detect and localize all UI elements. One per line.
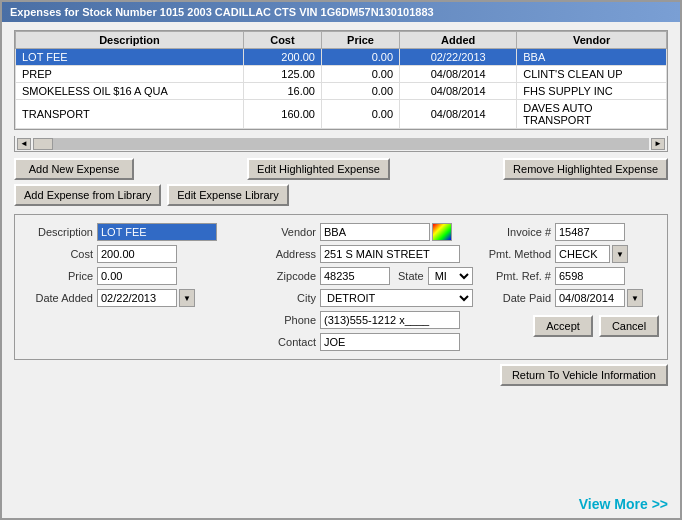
expenses-table-container: Description Cost Price Added Vendor LOT …	[14, 30, 668, 130]
invoice-input[interactable]	[555, 223, 625, 241]
state-label: State	[398, 270, 424, 282]
view-more-label[interactable]: View More >>	[579, 496, 668, 512]
edit-library-button[interactable]: Edit Expense Library	[167, 184, 289, 206]
cell-vendor: DAVES AUTO TRANSPORT	[517, 100, 667, 129]
form-middle-col: Vendor Address Zipcode State MI	[253, 223, 473, 351]
cell-description: LOT FEE	[16, 49, 244, 66]
cost-row: Cost	[23, 245, 253, 263]
contact-input[interactable]	[320, 333, 460, 351]
header-description: Description	[16, 32, 244, 49]
cost-input[interactable]	[97, 245, 177, 263]
cell-description: SMOKELESS OIL $16 A QUA	[16, 83, 244, 100]
accept-cancel-row: Accept Cancel	[481, 315, 659, 337]
header-price: Price	[321, 32, 399, 49]
accept-button[interactable]: Accept	[533, 315, 593, 337]
header-cost: Cost	[243, 32, 321, 49]
cell-added: 04/08/2014	[400, 66, 517, 83]
city-dropdown[interactable]: DETROIT	[320, 289, 473, 307]
pmt-method-row: Pmt. Method ▼	[481, 245, 659, 263]
pmt-method-input[interactable]	[555, 245, 610, 263]
cancel-button[interactable]: Cancel	[599, 315, 659, 337]
scroll-thumb[interactable]	[33, 138, 53, 150]
cost-label: Cost	[23, 248, 93, 260]
address-row: Address	[261, 245, 473, 263]
state-dropdown[interactable]: MI	[428, 267, 473, 285]
cell-added: 04/08/2014	[400, 83, 517, 100]
cell-cost: 16.00	[243, 83, 321, 100]
vendor-input-group	[320, 223, 452, 241]
date-added-input[interactable]	[97, 289, 177, 307]
date-added-label: Date Added	[23, 292, 93, 304]
header-vendor: Vendor	[517, 32, 667, 49]
title-bar: Expenses for Stock Number 1015 2003 CADI…	[2, 2, 680, 22]
date-added-row: Date Added ▼	[23, 289, 253, 307]
price-row: Price	[23, 267, 253, 285]
pmt-method-label: Pmt. Method	[481, 248, 551, 260]
description-label: Description	[23, 226, 93, 238]
address-input[interactable]	[320, 245, 460, 263]
cell-cost: 160.00	[243, 100, 321, 129]
header-added: Added	[400, 32, 517, 49]
date-paid-dropdown-btn[interactable]: ▼	[627, 289, 643, 307]
remove-highlighted-button[interactable]: Remove Highlighted Expense	[503, 158, 668, 180]
cell-vendor: FHS SUPPLY INC	[517, 83, 667, 100]
cell-added: 02/22/2013	[400, 49, 517, 66]
edit-highlighted-button[interactable]: Edit Highlighted Expense	[247, 158, 390, 180]
cell-description: PREP	[16, 66, 244, 83]
form-left-col: Description Cost Price Date Added ▼	[23, 223, 253, 351]
return-btn-row: Return To Vehicle Information	[14, 364, 668, 386]
cell-price: 0.00	[321, 100, 399, 129]
buttons-row-1: Add New Expense Edit Highlighted Expense…	[14, 158, 668, 180]
table-row[interactable]: LOT FEE 200.00 0.00 02/22/2013 BBA	[16, 49, 667, 66]
table-row[interactable]: TRANSPORT 160.00 0.00 04/08/2014 DAVES A…	[16, 100, 667, 129]
scroll-right-btn[interactable]: ►	[651, 138, 665, 150]
main-window: Expenses for Stock Number 1015 2003 CADI…	[0, 0, 682, 520]
description-row: Description	[23, 223, 253, 241]
invoice-label: Invoice #	[481, 226, 551, 238]
table-row[interactable]: SMOKELESS OIL $16 A QUA 16.00 0.00 04/08…	[16, 83, 667, 100]
vendor-color-picker-btn[interactable]	[432, 223, 452, 241]
scroll-left-btn[interactable]: ◄	[17, 138, 31, 150]
vendor-input[interactable]	[320, 223, 430, 241]
contact-label: Contact	[261, 336, 316, 348]
zipcode-label: Zipcode	[261, 270, 316, 282]
horizontal-scrollbar[interactable]: ◄ ►	[14, 136, 668, 152]
cell-vendor: BBA	[517, 49, 667, 66]
return-to-vehicle-button[interactable]: Return To Vehicle Information	[500, 364, 668, 386]
pmt-ref-input[interactable]	[555, 267, 625, 285]
date-added-dropdown-btn[interactable]: ▼	[179, 289, 195, 307]
date-paid-input[interactable]	[555, 289, 625, 307]
phone-label: Phone	[261, 314, 316, 326]
price-input[interactable]	[97, 267, 177, 285]
contact-row: Contact	[261, 333, 473, 351]
description-input[interactable]	[97, 223, 217, 241]
pmt-method-dropdown-btn[interactable]: ▼	[612, 245, 628, 263]
zipcode-input[interactable]	[320, 267, 390, 285]
date-added-input-group: ▼	[97, 289, 195, 307]
date-paid-input-group: ▼	[555, 289, 643, 307]
invoice-row: Invoice #	[481, 223, 659, 241]
scroll-track[interactable]	[33, 138, 649, 150]
main-content: Description Cost Price Added Vendor LOT …	[2, 22, 680, 394]
cell-price: 0.00	[321, 49, 399, 66]
add-from-library-button[interactable]: Add Expense from Library	[14, 184, 161, 206]
pmt-method-input-group: ▼	[555, 245, 628, 263]
cell-price: 0.00	[321, 83, 399, 100]
cell-description: TRANSPORT	[16, 100, 244, 129]
phone-input[interactable]	[320, 311, 460, 329]
vendor-row: Vendor	[261, 223, 473, 241]
window-title: Expenses for Stock Number 1015 2003 CADI…	[10, 6, 434, 18]
cell-vendor: CLINT'S CLEAN UP	[517, 66, 667, 83]
address-label: Address	[261, 248, 316, 260]
cell-added: 04/08/2014	[400, 100, 517, 129]
form-section: Description Cost Price Date Added ▼	[14, 214, 668, 360]
cell-cost: 125.00	[243, 66, 321, 83]
add-new-expense-button[interactable]: Add New Expense	[14, 158, 134, 180]
date-paid-label: Date Paid	[481, 292, 551, 304]
view-more-bar[interactable]: View More >>	[567, 490, 680, 518]
city-row: City DETROIT	[261, 289, 473, 307]
table-row[interactable]: PREP 125.00 0.00 04/08/2014 CLINT'S CLEA…	[16, 66, 667, 83]
buttons-row-2: Add Expense from Library Edit Expense Li…	[14, 184, 668, 206]
zipcode-row: Zipcode State MI	[261, 267, 473, 285]
phone-row: Phone	[261, 311, 473, 329]
